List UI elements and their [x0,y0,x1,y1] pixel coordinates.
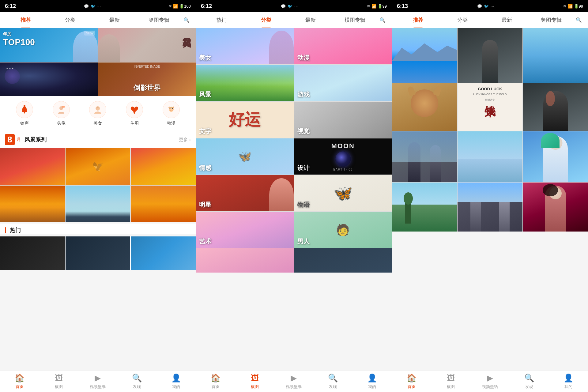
grid-dog[interactable] [392,83,457,131]
tab-latest-2[interactable]: 最新 [288,14,333,26]
banner-galaxy[interactable]: ✦ ✦ ✦ 星河入梦 [0,62,98,96]
bottom-nav-2: 🏠 首页 🖼 横图 ▶ 视频壁纸 🔍 发现 👤 我的 [196,371,392,392]
nav-home-label-3: 首页 [408,384,416,390]
nav-tabs-3: 推荐 分类 最新 竖图专辑 🔍 [392,12,588,28]
landscape-sunset2[interactable] [0,186,65,222]
anime-icon [167,105,176,114]
search-icon-3[interactable]: 🔍 [573,15,584,26]
beauty-icon [93,105,102,114]
tab-vertical-3[interactable]: 竖图专辑 [529,14,573,26]
battery-icon-1: 🔋100 [179,4,191,9]
category-grid: 美女 动漫 风景 游戏 好运 [196,28,392,248]
grid-nature[interactable] [392,183,457,232]
status-bar-1: 6:12 💬 🐦 ··· ≋ 📶 🔋100 [0,0,196,12]
search-icon-1[interactable]: 🔍 [181,15,192,26]
grid-goodluck[interactable]: GOOD LUCK LUCK FAVORS THE BOLD 钱来 招财进宝 [458,83,522,131]
cat-card-anime[interactable]: 动漫 [294,28,392,64]
battery-icon-2: 🔋99 [378,4,387,9]
wifi-icon-2: 📶 [371,4,376,9]
nav-video-1[interactable]: ▶ 视频壁纸 [78,373,118,390]
cat-card-design[interactable]: MOON EARTH · 03 设计 [294,138,392,175]
cat-card-beauty[interactable]: 美女 [196,28,294,64]
nav-home-3[interactable]: 🏠 首页 [392,373,431,390]
cat-icon-bell[interactable]: 铃声 [16,101,33,126]
cat-icon-anime[interactable]: 动漫 [163,101,180,126]
grid-girl-dark[interactable] [458,28,522,83]
tab-hot-2[interactable]: 热门 [200,14,244,26]
status-left-icons-1: 💬 🐦 ··· [84,4,101,9]
nav-discover-2[interactable]: 🔍 发现 [313,373,352,390]
status-time-2: 6:12 [201,3,212,9]
grid-dark-girl-2[interactable] [523,83,588,131]
landscape-windmill[interactable] [131,186,196,222]
cat-card-game[interactable]: 游戏 [294,65,392,101]
landscape-sky[interactable] [66,186,130,222]
tab-category-3[interactable]: 分类 [440,14,484,26]
nav-landscape-3[interactable]: 🖼 横图 [431,373,470,390]
nav-video-2[interactable]: ▶ 视频壁纸 [274,373,314,390]
nav-profile-3[interactable]: 👤 我的 [549,373,588,390]
tab-horizontal-2[interactable]: 横图专辑 [333,14,377,26]
hot-item-dark[interactable] [0,236,65,270]
grid-anime3[interactable] [523,183,588,232]
cat-card-man[interactable]: 🧑 男人 [294,212,392,248]
tab-vertical-1[interactable]: 竖图专辑 [137,14,181,26]
tab-category-1[interactable]: 分类 [48,14,92,26]
tab-category-2[interactable]: 分类 [244,14,288,26]
banner-inverted[interactable]: INVERTED IMAGE 倒影世界 [98,62,196,96]
cat-card-star[interactable]: 明星 [196,175,294,211]
cat-card-text[interactable]: 好运 文字 [196,102,294,138]
nav-home-1[interactable]: 🏠 首页 [0,373,39,390]
content-area-2: 美女 动漫 风景 游戏 好运 [196,28,392,371]
landscape-autumn[interactable] [0,148,65,185]
notification-icon-1: 💬 [84,4,89,9]
cat-card-art[interactable]: 艺术 [196,212,294,248]
landscape-sunset1[interactable] [131,148,196,185]
cat-card-emotion[interactable]: 🦋 情感 [196,138,294,175]
tab-latest-1[interactable]: 最新 [92,14,137,26]
section-more-btn[interactable]: 更多 [179,137,191,143]
banner-top100[interactable]: 年度 TOP100 NEW [0,28,98,62]
tab-recommend-1[interactable]: 推荐 [4,14,48,26]
landscape-icon-1: 🖼 [55,373,63,383]
grid-couple[interactable] [392,131,457,182]
grid-girls2[interactable] [458,183,522,232]
grid-mountain[interactable] [392,28,457,83]
nav-home-2[interactable]: 🏠 首页 [196,373,235,390]
cat-card-visual[interactable]: 视觉 [294,102,392,138]
cat-label-game: 游戏 [297,90,310,99]
nav-discover-3[interactable]: 🔍 发现 [510,373,549,390]
nav-discover-label-1: 发现 [133,384,141,390]
svg-point-0 [24,112,25,114]
signal-icon-3: ≋ [563,4,567,9]
tab-recommend-3[interactable]: 推荐 [396,14,440,26]
cat-card-thing[interactable]: 🦋 物语 [294,175,392,211]
grid-riverside[interactable] [458,131,522,182]
nav-landscape-2[interactable]: 🖼 横图 [235,373,274,390]
nav-landscape-1[interactable]: 🖼 横图 [39,373,78,390]
app-icon-2: 🐦 [288,4,292,9]
status-left-icons-2: 💬 🐦 ··· [281,4,298,9]
cat-label-anime: 动漫 [167,121,175,126]
video-icon-3: ▶ [487,373,493,383]
landscape-road[interactable]: 🦅 [66,148,130,185]
nav-profile-2[interactable]: 👤 我的 [352,373,392,390]
grid-anime2[interactable] [523,131,588,182]
nav-profile-1[interactable]: 👤 我的 [156,373,196,390]
banner-birthday[interactable]: 星诞美女 [98,28,196,62]
cat-card-landscape[interactable]: 风景 [196,65,294,101]
home-icon-3: 🏠 [407,373,417,383]
cat-icon-beauty[interactable]: 美女 [89,101,106,126]
partial-card-1[interactable] [196,248,294,273]
nav-video-3[interactable]: ▶ 视频壁纸 [470,373,510,390]
hot-item-car[interactable] [66,236,130,270]
cat-icon-avatar[interactable]: ≧ 头像 [53,101,70,126]
hot-item-blue[interactable] [131,236,196,270]
tab-latest-3[interactable]: 最新 [484,14,529,26]
nav-discover-1[interactable]: 🔍 发现 [117,373,156,390]
partial-card-2[interactable] [294,248,392,273]
cat-label-beauty: 美女 [199,54,211,62]
grid-sea[interactable] [523,28,588,83]
cat-icon-meme[interactable]: 斗图 [126,101,143,126]
search-icon-2[interactable]: 🔍 [377,15,388,26]
